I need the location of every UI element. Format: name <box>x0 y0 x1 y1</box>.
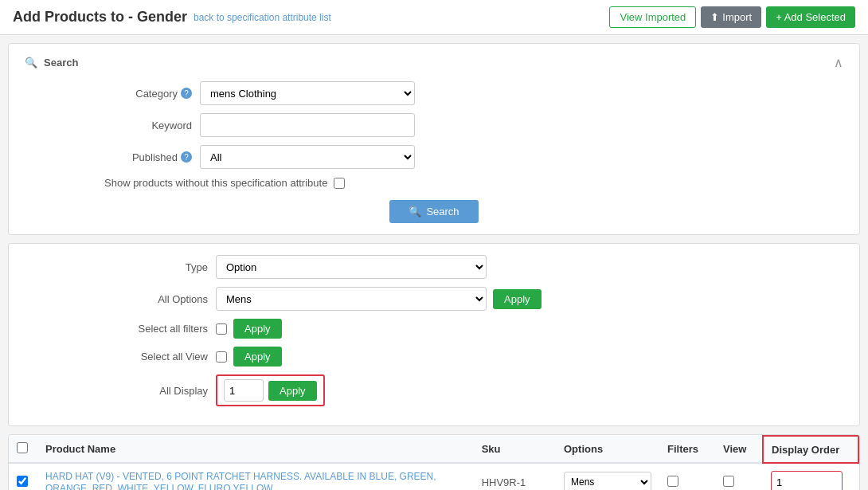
search-panel: 🔍 Search ∧ Category ? mens Clothing Keyw… <box>8 43 860 235</box>
top-bar: Add Products to - Gender back to specifi… <box>0 0 868 35</box>
th-checkbox <box>9 436 37 463</box>
filter-panel: Type Option All Options Mens Apply Selec… <box>8 243 860 426</box>
products-table-wrapper: Product Name Sku Options Filters View Di… <box>8 434 860 490</box>
th-display-order: Display Order <box>763 436 858 463</box>
sku-text-0: HHV9R-1 <box>482 476 526 488</box>
type-label: Type <box>104 261 216 273</box>
select-all-filters-checkbox[interactable] <box>216 323 227 335</box>
search-button[interactable]: 🔍 Search <box>389 200 478 223</box>
th-filters: Filters <box>659 436 715 463</box>
row-options: Mens <box>556 463 659 490</box>
row-display-order <box>763 463 858 490</box>
select-all-view-row: Select all View Apply <box>25 347 843 367</box>
show-products-row: Show products without this specification… <box>25 177 843 189</box>
keyword-input[interactable] <box>200 113 415 137</box>
row-product-name: HARD HAT (V9) - VENTED, 6 POINT RATCHET … <box>37 463 474 490</box>
apply-filters-button[interactable]: Apply <box>233 319 282 339</box>
select-all-view-label: Select all View <box>104 351 216 363</box>
row-view <box>715 463 763 490</box>
options-select-0[interactable]: Mens <box>564 472 651 490</box>
th-options: Options <box>556 436 659 463</box>
all-display-label: All Display <box>104 385 216 397</box>
show-products-checkbox[interactable] <box>334 178 345 189</box>
select-all-checkbox[interactable] <box>17 442 28 453</box>
row-checkbox-0[interactable] <box>17 476 28 487</box>
published-help-icon[interactable]: ? <box>181 151 192 163</box>
apply-view-button[interactable]: Apply <box>233 347 282 367</box>
published-select[interactable]: All <box>200 145 415 169</box>
top-bar-right: View Imported ⬆ Import + Add Selected <box>609 6 855 28</box>
display-order-input-0[interactable] <box>771 471 843 490</box>
all-options-row: All Options Mens Apply <box>25 287 843 311</box>
select-all-view-checkbox[interactable] <box>216 351 227 363</box>
all-display-box: Apply <box>216 374 325 406</box>
search-panel-header[interactable]: 🔍 Search ∧ <box>25 55 843 70</box>
all-display-row: All Display Apply <box>25 374 843 406</box>
apply-options-button[interactable]: Apply <box>493 289 542 309</box>
table-row: HARD HAT (V9) - VENTED, 6 POINT RATCHET … <box>9 463 858 490</box>
select-all-filters-row: Select all filters Apply <box>25 319 843 339</box>
row-checkbox-cell <box>9 463 37 490</box>
all-options-select[interactable]: Mens <box>216 287 487 311</box>
published-label: Published ? <box>104 151 200 163</box>
keyword-row: Keyword <box>25 113 843 137</box>
keyword-label: Keyword <box>104 120 200 131</box>
back-link[interactable]: back to specification attribute list <box>194 12 331 23</box>
row-sku: HHV9R-1 <box>474 463 556 490</box>
view-imported-button[interactable]: View Imported <box>609 6 696 28</box>
search-icon: 🔍 <box>25 57 37 69</box>
product-link-0[interactable]: HARD HAT (V9) - VENTED, 6 POINT RATCHET … <box>45 471 436 490</box>
row-filters <box>659 463 715 490</box>
import-button[interactable]: ⬆ Import <box>701 6 761 28</box>
th-sku: Sku <box>474 436 556 463</box>
table-header-row: Product Name Sku Options Filters View Di… <box>9 436 858 463</box>
category-select[interactable]: mens Clothing <box>200 81 415 105</box>
products-table: Product Name Sku Options Filters View Di… <box>9 435 859 490</box>
search-btn-icon: 🔍 <box>409 206 421 218</box>
view-checkbox-0[interactable] <box>723 476 734 487</box>
filters-checkbox-0[interactable] <box>667 476 678 487</box>
select-all-filters-label: Select all filters <box>104 323 216 335</box>
type-row: Type Option <box>25 255 843 279</box>
category-row: Category ? mens Clothing <box>25 81 843 105</box>
type-select[interactable]: Option <box>216 255 487 279</box>
import-icon: ⬆ <box>710 11 719 23</box>
top-bar-left: Add Products to - Gender back to specifi… <box>13 9 331 25</box>
search-btn-row: 🔍 Search <box>25 200 843 223</box>
apply-display-button[interactable]: Apply <box>268 381 317 401</box>
collapse-icon: ∧ <box>834 55 843 70</box>
th-view: View <box>715 436 763 463</box>
search-panel-title: Search <box>44 57 78 69</box>
all-display-input[interactable] <box>224 379 264 402</box>
all-options-label: All Options <box>104 293 216 305</box>
published-row: Published ? All <box>25 145 843 169</box>
th-product-name: Product Name <box>37 436 474 463</box>
category-help-icon[interactable]: ? <box>181 88 192 99</box>
page-title: Add Products to - Gender <box>13 9 187 25</box>
category-label: Category ? <box>104 88 200 100</box>
show-products-label: Show products without this specification… <box>104 177 327 189</box>
add-selected-top-button[interactable]: + Add Selected <box>766 6 855 28</box>
